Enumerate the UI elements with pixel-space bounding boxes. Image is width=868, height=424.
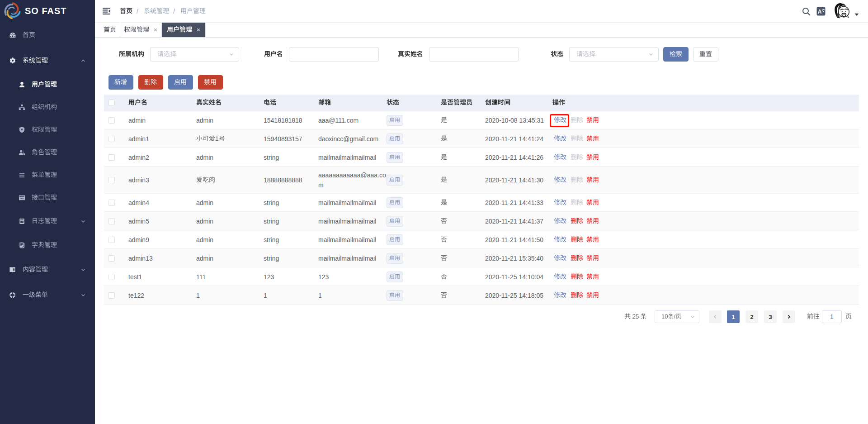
svg-text:API: API [20, 197, 24, 200]
svg-text:A: A [818, 9, 822, 15]
